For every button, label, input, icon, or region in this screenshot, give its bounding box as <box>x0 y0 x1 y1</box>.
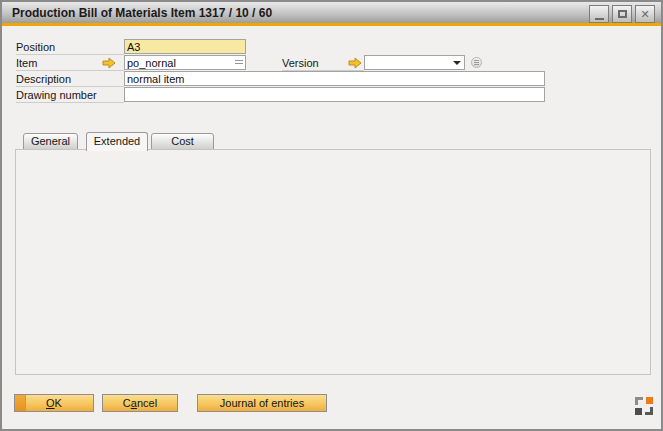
drawing-number-input[interactable] <box>124 87 545 102</box>
window-title: Production Bill of Materials Item 1317 /… <box>12 6 272 20</box>
version-define-new-icon[interactable] <box>471 57 482 68</box>
tab-cost[interactable]: Cost <box>151 133 214 150</box>
resize-square-orange <box>646 397 653 404</box>
ok-button-focus-strip <box>15 395 26 411</box>
resize-corner-top-left <box>635 397 643 405</box>
item-input[interactable] <box>124 55 246 70</box>
choose-from-list-icon[interactable] <box>235 60 243 65</box>
item-link-arrow-icon[interactable] <box>102 57 116 69</box>
position-label: Position <box>16 40 124 55</box>
tab-extended[interactable]: Extended <box>86 132 148 151</box>
resize-corner-bottom-right <box>645 407 653 415</box>
title-bar: Production Bill of Materials Item 1317 /… <box>2 2 661 26</box>
minimize-button[interactable] <box>589 5 609 23</box>
minimize-icon <box>595 18 604 20</box>
maximize-button[interactable] <box>612 5 632 23</box>
position-input[interactable] <box>124 39 246 54</box>
chevron-down-icon <box>453 61 461 65</box>
tab-general[interactable]: General <box>23 133 78 150</box>
ok-button[interactable]: OK <box>14 394 94 412</box>
version-link-arrow-icon[interactable] <box>348 57 362 69</box>
maximize-icon <box>618 10 627 18</box>
cancel-button[interactable]: Cancel <box>102 394 178 412</box>
close-icon: ✕ <box>640 9 649 20</box>
resize-square-dark <box>635 408 642 415</box>
description-input[interactable] <box>124 71 545 86</box>
close-button[interactable]: ✕ <box>635 5 655 23</box>
journal-of-entries-button[interactable]: Journal of entries <box>197 394 327 412</box>
production-bom-window: Production Bill of Materials Item 1317 /… <box>0 0 663 431</box>
extended-tab-panel <box>15 149 651 375</box>
description-label: Description <box>16 72 124 87</box>
drawing-number-label: Drawing number <box>16 88 124 103</box>
resize-widget-icon[interactable] <box>635 397 653 415</box>
version-dropdown[interactable] <box>364 55 465 70</box>
